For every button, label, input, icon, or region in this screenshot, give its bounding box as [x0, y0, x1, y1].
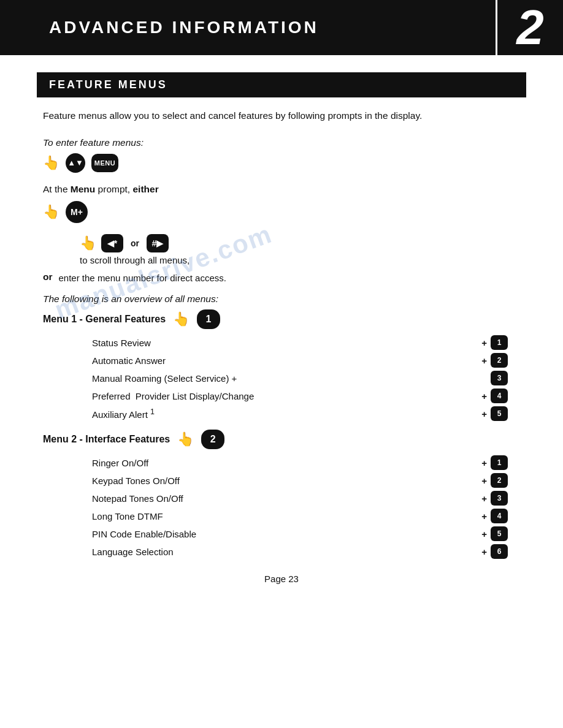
at-menu-line: At the Menu prompt, either [43, 184, 520, 195]
scroll-text: to scroll through all menus, [80, 255, 520, 265]
menu2-label: Menu 2 - Interface Features [43, 434, 170, 445]
list-item: PIN Code Enable/Disable + 5 [92, 526, 520, 541]
plus-sign: + [481, 493, 487, 504]
menu1-heading: Menu 1 - General Features 👆 1 [43, 309, 520, 329]
page-header: ADVANCED INFORMATION 2 [0, 0, 563, 55]
menu2-item5-name: PIN Code Enable/Disable [92, 529, 196, 539]
section-title: FEATURE MENUS [49, 78, 167, 91]
menu2-item2-right: + 2 [481, 473, 508, 488]
list-item: Status Review + 1 [92, 335, 520, 350]
scroll-indent: 👆 ◀* or #▶ to scroll through all menus, [43, 234, 520, 265]
menu1-item1-right: + 1 [481, 335, 508, 350]
plus-sign: + [481, 547, 487, 557]
item-number-btn: 4 [491, 389, 508, 403]
menu1-item3-right: 3 [491, 371, 508, 385]
list-item: Ringer On/Off + 1 [92, 455, 520, 470]
plus-sign: + [481, 511, 487, 521]
list-item: Long Tone DTMF + 4 [92, 509, 520, 523]
chapter-number: 2 [496, 0, 563, 55]
list-item: Language Selection + 6 [92, 544, 520, 559]
list-item: Auxiliary Alert 1 + 5 [92, 406, 520, 421]
list-item: Manual Roaming (Select Service) + 3 [92, 371, 520, 385]
hash-button-icon: #▶ [147, 234, 169, 252]
menu2-heading: Menu 2 - Interface Features 👆 2 [43, 430, 520, 449]
or-separator: or [131, 238, 139, 248]
item-number-btn: 6 [491, 544, 508, 559]
header-title: ADVANCED INFORMATION [49, 18, 319, 37]
menu1-item2-name: Automatic Answer [92, 355, 166, 366]
item-number-btn: 2 [491, 353, 508, 368]
page-number: Page 23 [43, 574, 520, 584]
menu2-item6-right: + 6 [481, 544, 508, 559]
menu2-item6-name: Language Selection [92, 547, 174, 557]
menu1-item1-name: Status Review [92, 338, 151, 348]
menu-button-icon: MENU [91, 154, 118, 172]
menu2-finger-icon: 👆 [177, 431, 194, 447]
menu2-item3-right: + 3 [481, 491, 508, 506]
menu2-number-button: 2 [201, 430, 224, 449]
item-number-btn: 5 [491, 526, 508, 541]
item-number-btn: 3 [491, 371, 508, 385]
item-number-btn: 5 [491, 406, 508, 421]
menu2-item1-name: Ringer On/Off [92, 458, 148, 468]
star-button-icon: ◀* [101, 234, 123, 252]
menu2-item5-right: + 5 [481, 526, 508, 541]
enter-instruction: To enter feature menus: [43, 137, 520, 148]
menu1-number-button: 1 [197, 309, 220, 329]
plus-sign: + [481, 458, 487, 468]
scroll-line: 👆 ◀* or #▶ [80, 234, 520, 252]
finger-pointer-icon-2: 👆 [43, 204, 59, 220]
menu1-item2-right: + 2 [481, 353, 508, 368]
plus-sign: + [481, 409, 487, 419]
list-item: Preferred Provider List Display/Change +… [92, 389, 520, 403]
plus-sign: + [481, 476, 487, 486]
menu1-label: Menu 1 - General Features [43, 314, 166, 325]
mplus-row: 👆 M+ [43, 201, 520, 223]
menu1-items: Status Review + 1 Automatic Answer + 2 M… [43, 335, 520, 421]
list-item: Notepad Tones On/Off + 3 [92, 491, 520, 506]
menu1-item3-name: Manual Roaming (Select Service) + [92, 373, 237, 384]
or-label: or [43, 271, 53, 282]
overview-label: The following is an overview of all menu… [43, 294, 520, 305]
menu2-item4-right: + 4 [481, 509, 508, 523]
item-number-btn: 4 [491, 509, 508, 523]
list-item: Automatic Answer + 2 [92, 353, 520, 368]
menu1-finger-icon: 👆 [173, 311, 190, 327]
menu2-item4-name: Long Tone DTMF [92, 511, 163, 521]
section-bar: FEATURE MENUS [37, 72, 526, 97]
volume-icon: ▲▼ [66, 153, 85, 173]
main-content: Feature menus allow you to select and ca… [0, 97, 563, 606]
item-number-btn: 1 [491, 335, 508, 350]
plus-sign: + [481, 338, 487, 348]
enter-icons-row: 👆 ▲▼ MENU [43, 153, 520, 173]
item-number-btn: 3 [491, 491, 508, 506]
finger-pointer-icon: 👆 [43, 155, 59, 171]
menu1-item5-name: Auxiliary Alert 1 [92, 408, 155, 420]
menu2-item1-right: + 1 [481, 455, 508, 470]
menu1-item5-right: + 5 [481, 406, 508, 421]
intro-paragraph: Feature menus allow you to select and ca… [43, 108, 520, 124]
plus-sign: + [481, 355, 487, 366]
item-number-btn: 1 [491, 455, 508, 470]
direct-access-text: enter the menu number for direct access. [59, 271, 226, 286]
menu2-items: Ringer On/Off + 1 Keypad Tones On/Off + … [43, 455, 520, 559]
menu2-item2-name: Keypad Tones On/Off [92, 476, 180, 486]
plus-sign: + [481, 529, 487, 539]
plus-sign: + [481, 391, 487, 401]
item-number-btn: 2 [491, 473, 508, 488]
menu1-item4-right: + 4 [481, 389, 508, 403]
mplus-button-icon: M+ [66, 201, 88, 223]
menu2-item3-name: Notepad Tones On/Off [92, 493, 183, 504]
list-item: Keypad Tones On/Off + 2 [92, 473, 520, 488]
menu1-item4-name: Preferred Provider List Display/Change [92, 391, 254, 401]
finger-pointer-icon-3: 👆 [80, 235, 96, 251]
